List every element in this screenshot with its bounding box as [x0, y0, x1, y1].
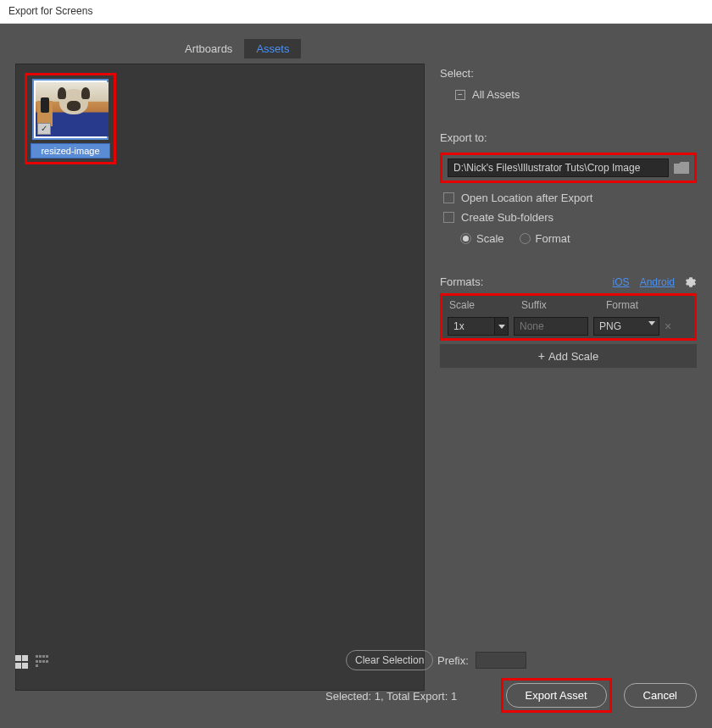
window-title: Export for Screens [0, 0, 712, 24]
create-subfolders-checkbox[interactable] [443, 212, 454, 223]
formats-label: Formats: [440, 275, 613, 288]
prefix-label: Prefix: [437, 654, 469, 667]
view-small-thumbnails-icon[interactable] [36, 655, 49, 669]
asset-thumbnail-label[interactable]: resized-image [31, 143, 110, 158]
formats-grid-highlight: Scale Suffix Format 1x None PNG × [440, 293, 697, 341]
scale-radio-label: Scale [476, 232, 504, 245]
col-suffix-header: Suffix [515, 296, 599, 314]
open-location-label: Open Location after Export [461, 192, 592, 204]
suffix-input[interactable]: None [514, 317, 588, 336]
tab-bar: Artboards Assets [173, 39, 697, 58]
asset-thumbnail-checkbox[interactable]: ✓ [37, 123, 51, 135]
asset-thumbnail[interactable]: ✓ [32, 79, 108, 140]
all-assets-label: All Assets [472, 88, 520, 101]
browse-folder-icon[interactable] [674, 162, 689, 174]
export-path-input[interactable]: D:\Nick's Files\Illustrator Tuts\Crop Im… [448, 158, 669, 177]
tab-artboards[interactable]: Artboards [173, 39, 244, 58]
export-path-highlight: D:\Nick's Files\Illustrator Tuts\Crop Im… [440, 153, 697, 183]
open-location-checkbox-row[interactable]: Open Location after Export [440, 188, 697, 208]
tab-assets[interactable]: Assets [244, 39, 301, 58]
export-to-label: Export to: [440, 131, 697, 144]
android-link[interactable]: Android [640, 276, 675, 288]
all-assets-row[interactable]: − All Assets [440, 88, 697, 101]
add-scale-button[interactable]: +Add Scale [440, 344, 697, 368]
asset-thumbnail-image: ✓ [36, 82, 108, 136]
col-scale-header: Scale [442, 296, 515, 314]
prefix-input[interactable] [476, 652, 526, 669]
gear-icon[interactable] [685, 276, 697, 288]
select-label: Select: [440, 67, 697, 80]
export-button-highlight: Export Asset [501, 678, 612, 713]
view-large-thumbnails-icon[interactable] [15, 655, 29, 669]
asset-thumbnail-highlight: ✓ resized-image [25, 73, 116, 164]
export-asset-button[interactable]: Export Asset [506, 683, 607, 708]
formats-grid-row: 1x None PNG × [442, 314, 694, 338]
dialog-body: Artboards Assets ✓ resized-image [0, 24, 712, 728]
clear-selection-button[interactable]: Clear Selection [346, 650, 433, 670]
asset-thumbnail-area: ✓ resized-image [15, 64, 425, 691]
cancel-button[interactable]: Cancel [624, 683, 697, 708]
delete-row-icon[interactable]: × [659, 320, 676, 333]
scale-radio[interactable]: Scale [460, 232, 504, 245]
ios-link[interactable]: iOS [613, 276, 630, 288]
collapse-icon[interactable]: − [455, 90, 465, 100]
create-subfolders-label: Create Sub-folders [461, 211, 553, 224]
format-radio[interactable]: Format [520, 232, 570, 245]
status-text: Selected: 1, Total Export: 1 [325, 690, 457, 703]
format-dropdown[interactable]: PNG [593, 317, 659, 336]
plus-icon: + [538, 349, 545, 363]
formats-grid-header: Scale Suffix Format [442, 296, 694, 314]
scale-dropdown[interactable]: 1x [448, 317, 509, 336]
col-format-header: Format [599, 296, 671, 314]
open-location-checkbox[interactable] [443, 192, 454, 203]
format-radio-label: Format [536, 232, 570, 245]
create-subfolders-checkbox-row[interactable]: Create Sub-folders [440, 208, 697, 227]
